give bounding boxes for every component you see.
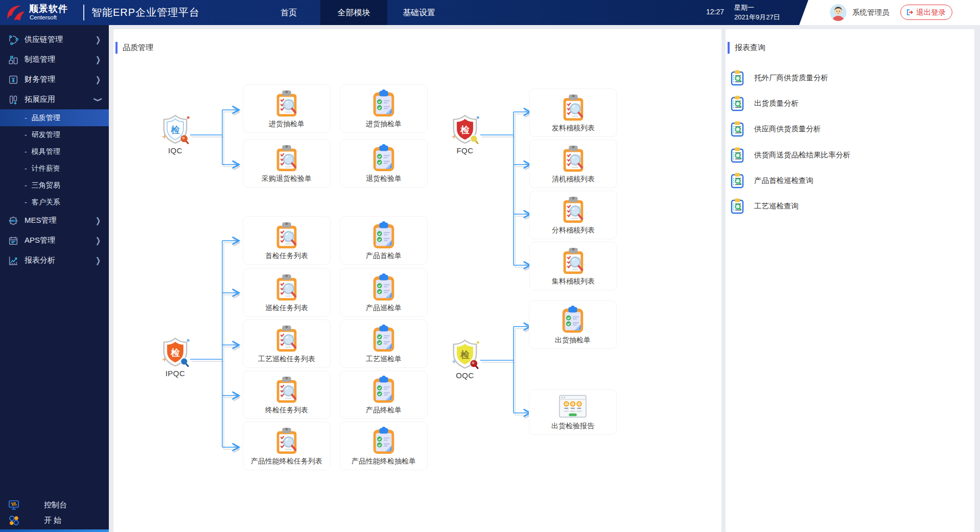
console-label: 控制台 [44,500,67,510]
chevron-down-icon: ❯ [94,97,103,102]
supply-chain-icon [8,34,19,45]
sidebar-sublabel: 三角贸易 [32,181,60,190]
module-product-patrol-inspection-doc[interactable]: 产品巡检单 [340,268,428,317]
chevron-right-icon: ❯ [96,256,101,265]
sidebar-item-aps[interactable]: APS管理 ❯ [0,230,109,250]
sidebar-item-manufacturing[interactable]: 制造管理 ❯ [0,50,109,70]
module-purchase-return-inspection-list[interactable]: 采购退货检验单 [243,139,331,188]
fqc-shield-icon: 检 [450,114,480,145]
sidebar-item-mes[interactable]: MES MES管理 ❯ [0,211,109,230]
content-area: 品质管理 [109,25,980,532]
module-product-performance-final-task-list[interactable]: 产品性能终检任务列表 [243,422,331,470]
module-iqc-incoming-sampling-doc[interactable]: 进货抽检单 [340,84,428,133]
sidebar-label: 财务管理 [25,75,55,84]
report-item-supplier-delivery-inspection-ratio[interactable]: 供货商送货品检结果比率分析 [730,145,970,165]
module-shipment-sampling-doc[interactable]: 出货抽检单 [529,300,617,349]
svg-text:检: 检 [460,125,470,135]
sidebar-item-extensions[interactable]: 拓展应用 ❯ [0,89,109,109]
sidebar-bottom: 控制台 开 始 [0,497,109,528]
sidebar: 供应链管理 ❯ 制造管理 ❯ 财务管理 ❯ [0,25,109,532]
sidebar-item-report-analysis[interactable]: 报表分析 ❯ [0,250,109,270]
svg-text:MES: MES [10,219,16,222]
ipqc-label: IPQC [144,369,206,378]
module-material-collect-audit-list[interactable]: 集料稽核列表 [529,242,617,290]
chevron-right-icon: ❯ [96,35,101,44]
module-process-patrol-task-list[interactable]: 工艺巡检任务列表 [243,319,331,368]
logo-divider [83,5,84,20]
report-item-first-patrol-inspection-query[interactable]: 产品首检巡检查询 [730,171,970,190]
iqc-shield-icon: 检 [160,114,190,145]
console-button[interactable]: 控制台 [0,497,109,513]
ipqc-shield-icon: 检 [160,337,190,367]
iqc-label: IQC [144,146,206,155]
chevron-right-icon: ❯ [96,216,101,225]
module-product-first-inspection-doc[interactable]: 产品首检单 [340,216,428,265]
module-product-final-inspection-doc[interactable]: 产品终检单 [340,371,428,419]
chevron-right-icon: ❯ [96,236,101,245]
logout-button[interactable]: 退出登录 [900,5,952,20]
company-name: 顺景软件 [29,3,68,15]
module-issue-audit-list[interactable]: 发料稽核列表 [529,88,617,137]
nav-basic-settings[interactable]: 基础设置 [387,0,451,25]
oqc-shield-icon: 检 [450,339,480,369]
logout-icon [905,8,914,16]
sidebar-label: 供应链管理 [25,35,63,44]
module-shipment-inspection-report[interactable]: 出货检验报告 [529,389,617,435]
module-first-inspection-task-list[interactable]: 首检任务列表 [243,216,331,265]
svg-text:检: 检 [460,350,470,360]
sidebar-sublabel: 模具管理 [32,147,60,156]
iqc-shield: 检 IQC [144,114,206,155]
sidebar-label: MES管理 [25,216,57,225]
report-item-outsource-supplier-quality[interactable]: 托外厂商供货质量分析 [730,68,970,87]
manufacturing-icon [8,54,19,65]
module-process-patrol-inspection-doc[interactable]: 工艺巡检单 [340,319,428,368]
svg-text:检: 检 [170,348,180,358]
sidebar-subitem-quality[interactable]: - 品质管理 [0,109,109,126]
chevron-right-icon: ❯ [96,55,101,64]
sidebar-label: 拓展应用 [25,95,55,104]
clock-date: 2021年9月27日 [734,13,780,22]
nav-home[interactable]: 首页 [257,0,320,25]
module-product-performance-final-sampling-doc[interactable]: 产品性能终检抽检单 [340,422,428,470]
sidebar-item-finance[interactable]: 财务管理 ❯ [0,70,109,89]
sidebar-subitem-mold[interactable]: - 模具管理 [0,143,109,160]
report-doc-icon [730,172,745,189]
report-item-shipment-quality[interactable]: 出货质量分析 [730,94,970,113]
sidebar-subitem-rd[interactable]: - 研发管理 [0,126,109,143]
report-item-process-patrol-query[interactable]: 工艺巡检查询 [730,196,970,216]
sidebar-subitem-piecework[interactable]: - 计件薪资 [0,160,109,177]
report-doc-icon [730,95,745,111]
sidebar-sublabel: 计件薪资 [32,164,60,173]
nav-all-modules[interactable]: 全部模块 [320,0,387,25]
quality-management-panel: 品质管理 [113,29,721,532]
report-chart-icon [8,255,19,266]
module-return-inspection-doc[interactable]: 退货检验单 [340,139,428,188]
sidebar-subitem-crm[interactable]: - 客户关系 [0,194,109,211]
ipqc-shield: 检 IPQC [144,337,206,378]
user-avatar[interactable] [830,4,847,21]
oqc-shield: 检 OQC [434,339,496,380]
svg-text:检: 检 [170,125,180,135]
app-title: 智能ERP企业管理平台 [91,6,200,19]
clock-time: 12:27 [706,8,724,16]
top-bar: 顺景软件 Centersoft 智能ERP企业管理平台 首页 全部模块 基础设置… [0,0,980,25]
report-query-title: 报表查询 [728,42,765,54]
module-machine-clear-audit-list[interactable]: 清机稽核列表 [529,140,617,188]
sidebar-subitem-triangle-trade[interactable]: - 三角贸易 [0,177,109,194]
finance-icon [8,74,19,85]
username: 系统管理员 [852,0,890,25]
module-final-inspection-task-list[interactable]: 终检任务列表 [243,371,331,419]
module-patrol-inspection-task-list[interactable]: 巡检任务列表 [243,268,331,317]
start-button[interactable]: 开 始 [0,513,109,528]
report-item-supplier-quality[interactable]: 供应商供货质量分析 [730,119,970,138]
sidebar-item-supply-chain[interactable]: 供应链管理 ❯ [0,30,109,50]
start-label: 开 始 [44,516,61,525]
company-logo-icon [4,3,27,23]
sidebar-label: 报表分析 [25,256,55,265]
report-doc-icon [730,121,745,137]
chevron-right-icon: ❯ [96,75,101,84]
start-icon [7,514,20,526]
module-material-split-audit-list[interactable]: 分料稽核列表 [529,191,617,239]
mes-gear-icon: MES [8,215,19,226]
module-iqc-incoming-sampling-list[interactable]: 进货抽检单 [243,84,331,133]
